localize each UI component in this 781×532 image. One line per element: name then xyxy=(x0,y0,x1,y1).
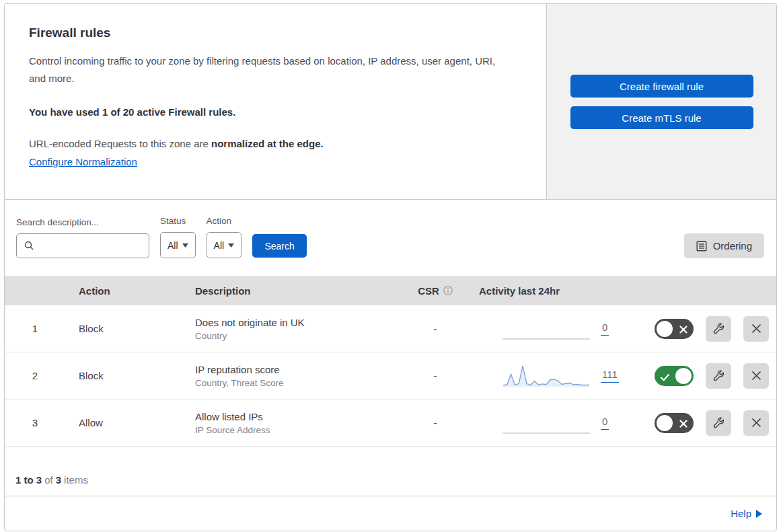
rule-priority: 3 xyxy=(5,417,65,428)
edit-rule-button[interactable] xyxy=(706,316,731,342)
rule-action: Block xyxy=(65,323,186,334)
rule-controls xyxy=(630,316,776,342)
rule-activity: 111 xyxy=(469,363,630,389)
normalization-text: URL-encoded Requests to this zone are xyxy=(29,138,211,149)
delete-rule-button[interactable] xyxy=(743,410,769,436)
configure-normalization-link[interactable]: Configure Normalization xyxy=(29,156,137,167)
intro-card: Firewall rules Control incoming traffic … xyxy=(5,4,547,199)
table-row: 1 Block Does not originate in UK Country… xyxy=(5,305,776,352)
help-link[interactable]: Help xyxy=(731,508,762,519)
status-dropdown[interactable]: All xyxy=(160,232,196,258)
rule-fields: Country xyxy=(195,331,402,341)
rule-fields: Country, Threat Score xyxy=(195,378,402,388)
search-button[interactable]: Search xyxy=(252,234,307,258)
search-input[interactable] xyxy=(34,240,149,252)
page-title: Firewall rules xyxy=(29,26,518,40)
usage-summary: You have used 1 of 20 active Firewall ru… xyxy=(29,106,518,118)
ordering-label: Ordering xyxy=(713,240,752,252)
rule-description-title: Allow listed IPs xyxy=(195,411,402,422)
pagination-total: 3 xyxy=(56,474,61,486)
rule-priority: 2 xyxy=(5,370,65,381)
activity-count-link[interactable]: 111 xyxy=(601,369,619,383)
rule-activity: 0 xyxy=(469,315,630,342)
search-label: Search description... xyxy=(16,217,149,227)
table-row: 3 Allow Allow listed IPs IP Source Addre… xyxy=(5,400,776,447)
create-mtls-rule-button[interactable]: Create mTLS rule xyxy=(570,106,753,129)
status-label: Status xyxy=(160,216,196,226)
top-section: Firewall rules Control incoming traffic … xyxy=(4,3,777,199)
description-column-header: Description xyxy=(186,285,402,297)
search-field: Search description... xyxy=(16,217,149,258)
rule-description-title: Does not originate in UK xyxy=(195,317,402,328)
status-value: All xyxy=(168,240,178,251)
rule-csr: - xyxy=(402,417,469,428)
chevron-down-icon xyxy=(228,243,234,248)
rule-action: Block xyxy=(65,370,186,381)
activity-count-link[interactable]: 0 xyxy=(601,321,609,336)
rule-description-title: IP reputation score xyxy=(195,364,402,375)
firewall-rules-card: Search description... Status All Action … xyxy=(4,199,777,531)
action-label: Action xyxy=(207,216,242,226)
toggle-knob xyxy=(657,415,673,431)
pagination-of: of xyxy=(44,474,53,486)
action-dropdown[interactable]: All xyxy=(207,232,242,258)
delete-rule-button[interactable] xyxy=(743,316,769,342)
rule-enabled-toggle[interactable] xyxy=(655,319,694,339)
activity-sparkline xyxy=(503,315,590,342)
help-label: Help xyxy=(731,508,751,519)
activity-sparkline xyxy=(503,363,590,389)
toggle-knob xyxy=(657,321,673,337)
cross-icon xyxy=(679,418,687,430)
info-icon[interactable] xyxy=(443,286,453,295)
normalization-note: URL-encoded Requests to this zone are no… xyxy=(29,138,518,149)
activity-count-link[interactable]: 0 xyxy=(601,416,609,430)
table-header: Action Description CSR Activity last 24h… xyxy=(5,276,776,305)
action-column-header: Action xyxy=(65,285,186,297)
help-arrow-icon xyxy=(756,510,762,518)
pagination-items: items xyxy=(64,474,88,486)
wrench-icon xyxy=(713,417,724,428)
ordering-list-icon xyxy=(696,241,707,252)
rule-description: IP reputation score Country, Threat Scor… xyxy=(186,364,402,388)
delete-rule-button[interactable] xyxy=(743,363,769,389)
cross-icon xyxy=(679,324,687,336)
filter-bar: Search description... Status All Action … xyxy=(5,200,776,276)
rule-action: Allow xyxy=(65,417,186,428)
toggle-knob xyxy=(675,368,692,384)
search-icon xyxy=(24,241,34,251)
activity-sparkline xyxy=(503,410,590,436)
pagination: 1 to 3 of 3 items xyxy=(5,447,776,496)
csr-header-label: CSR xyxy=(418,285,439,297)
edit-rule-button[interactable] xyxy=(706,410,731,436)
wrench-icon xyxy=(713,370,724,381)
actions-panel: Create firewall rule Create mTLS rule xyxy=(547,4,776,199)
page-description: Control incoming traffic to your zone by… xyxy=(29,52,507,87)
edit-rule-button[interactable] xyxy=(706,363,731,389)
rule-description: Allow listed IPs IP Source Address xyxy=(186,411,402,435)
search-input-wrapper[interactable] xyxy=(16,233,149,258)
csr-column-header: CSR xyxy=(402,285,469,297)
rule-csr: - xyxy=(402,323,469,334)
pagination-range: 1 to 3 xyxy=(15,474,42,486)
rule-fields: IP Source Address xyxy=(195,425,402,435)
rule-enabled-toggle[interactable] xyxy=(655,413,694,433)
wrench-icon xyxy=(713,323,724,334)
activity-column-header: Activity last 24hr xyxy=(469,285,630,297)
ordering-button[interactable]: Ordering xyxy=(684,233,764,258)
table-row: 2 Block IP reputation score Country, Thr… xyxy=(5,352,776,400)
rule-activity: 0 xyxy=(469,410,630,436)
close-icon xyxy=(751,371,761,381)
normalization-bold-text: normalized at the edge. xyxy=(211,138,324,149)
rule-csr: - xyxy=(402,370,469,381)
close-icon xyxy=(751,418,761,428)
rule-controls xyxy=(630,363,776,389)
rule-controls xyxy=(630,410,776,436)
rule-description: Does not originate in UK Country xyxy=(186,317,402,341)
create-firewall-rule-button[interactable]: Create firewall rule xyxy=(570,75,753,98)
rule-enabled-toggle[interactable] xyxy=(655,366,694,386)
action-value: All xyxy=(214,240,225,251)
check-icon xyxy=(661,372,669,384)
status-filter: Status All xyxy=(160,216,196,258)
help-row: Help xyxy=(5,496,776,531)
action-filter: Action All xyxy=(207,216,242,258)
